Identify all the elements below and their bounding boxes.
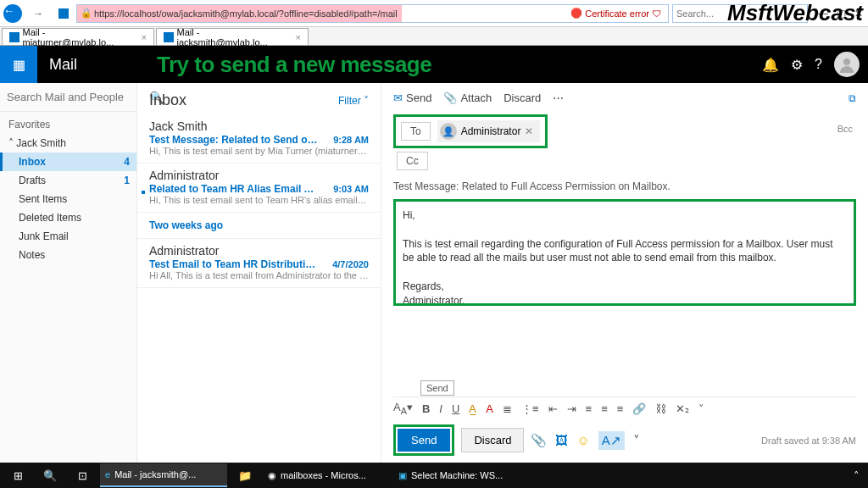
subject-field[interactable]: Test Message: Related to Full Access Per…: [393, 179, 856, 194]
user-avatar[interactable]: [834, 52, 860, 77]
mailbox-user[interactable]: ˄ Jack Smith: [0, 134, 136, 152]
outlook-icon: [164, 32, 174, 42]
align-left-icon[interactable]: ≡: [586, 402, 593, 415]
chevron-down-icon[interactable]: ˅: [633, 433, 640, 448]
address-bar[interactable]: 🔒 https://localhost/owa/jacksmith@mylab.…: [76, 4, 669, 23]
bullets-icon[interactable]: ≣: [503, 402, 512, 415]
more-actions[interactable]: ⋯: [553, 92, 564, 104]
system-tray[interactable]: ˄: [854, 469, 865, 482]
app-launcher[interactable]: ▦: [0, 46, 37, 83]
folder-junk-email[interactable]: Junk Email: [0, 227, 136, 246]
taskbar-ie[interactable]: eMail - jacksmith@...: [100, 463, 227, 487]
message-item[interactable]: AdministratorRelated to Team HR Alias Em…: [137, 164, 381, 213]
attach-action[interactable]: 📎Attach: [443, 92, 492, 104]
unlink-icon[interactable]: ⛓: [655, 402, 666, 415]
signature-icon[interactable]: A↗: [598, 431, 625, 450]
send-tooltip: Send: [420, 380, 454, 396]
attachment-icon[interactable]: 📎: [531, 433, 547, 448]
app-name: Mail: [37, 56, 89, 74]
folder-notes[interactable]: Notes: [0, 246, 136, 264]
more-format-icon[interactable]: ˅: [698, 402, 704, 415]
folder-pane: 🔍 Favorites ˄ Jack Smith Inbox4Drafts1Se…: [0, 83, 137, 463]
favorites-header[interactable]: Favorites: [0, 112, 136, 134]
folder-deleted-items[interactable]: Deleted Items: [0, 208, 136, 227]
search-input[interactable]: [7, 91, 149, 103]
message-item[interactable]: AdministratorTest Email to Team HR Distr…: [137, 239, 381, 288]
person-icon: 👤: [440, 123, 457, 140]
taskbar-vm[interactable]: ▣Select Machine: WS...: [393, 463, 520, 487]
forward-button[interactable]: →: [27, 3, 49, 25]
message-item[interactable]: Jack SmithTest Message: Related to Send …: [137, 114, 381, 164]
highlight-icon[interactable]: A̲: [469, 402, 476, 415]
search-taskbar-icon[interactable]: 🔍: [36, 463, 64, 487]
draft-status: Draft saved at 9:38 AM: [761, 435, 856, 446]
popout-icon[interactable]: ⧉: [849, 92, 856, 104]
outlook-icon: [9, 32, 19, 42]
compose-pane: ✉Send 📎Attach Discard ⋯ ⧉ To 👤 Administr…: [381, 83, 868, 463]
taskbar-chrome[interactable]: ◉mailboxes - Micros...: [263, 463, 390, 487]
browser-tabs: Mail - miaturner@mylab.lo...× Mail - jac…: [0, 27, 868, 46]
tab-mail-jack[interactable]: Mail - jacksmith@mylab.lo...×: [156, 28, 309, 45]
message-list: Inbox Filter ˅ Jack SmithTest Message: R…: [137, 83, 381, 463]
discard-button[interactable]: Discard: [461, 428, 524, 452]
to-button[interactable]: To: [401, 122, 431, 141]
folder-inbox[interactable]: Inbox4: [0, 152, 136, 171]
outlook-app-icon: [53, 3, 75, 25]
certificate-error[interactable]: 🛑 Certificate error 🛡: [567, 8, 665, 19]
bcc-toggle[interactable]: Bcc: [837, 124, 853, 134]
send-action[interactable]: ✉Send: [393, 92, 431, 104]
help-icon[interactable]: ?: [815, 57, 822, 72]
link-icon[interactable]: 🔗: [632, 402, 646, 415]
format-toolbar: Send AA▾ B I U A̲ A ≣ ⋮≡ ⇤ ⇥ ≡ ≡ ≡ 🔗 ⛓ ✕…: [393, 396, 856, 419]
folder-drafts[interactable]: Drafts1: [0, 171, 136, 190]
align-center-icon[interactable]: ≡: [601, 402, 608, 415]
annotation-overlay: Try to send a new message: [157, 52, 431, 78]
filter-dropdown[interactable]: Filter ˅: [338, 95, 369, 107]
outdent-icon[interactable]: ⇤: [548, 402, 558, 415]
recipient-chip[interactable]: 👤 Administrator ✕: [437, 120, 541, 142]
align-right-icon[interactable]: ≡: [617, 402, 624, 415]
underline-icon[interactable]: U: [452, 402, 459, 415]
folder-sent-items[interactable]: Sent Items: [0, 190, 136, 208]
numbering-icon[interactable]: ⋮≡: [521, 402, 539, 415]
brand-overlay: MsftWebcast: [727, 0, 863, 26]
notifications-icon[interactable]: 🔔: [762, 57, 779, 73]
font-color-icon[interactable]: A: [486, 402, 493, 415]
clear-format-icon[interactable]: ✕₂: [676, 402, 689, 415]
start-button[interactable]: ⊞: [3, 463, 32, 487]
send-button-highlighted: Send: [393, 424, 454, 456]
indent-icon[interactable]: ⇥: [567, 402, 576, 415]
settings-icon[interactable]: ⚙: [791, 57, 803, 73]
italic-icon[interactable]: I: [439, 402, 442, 415]
picture-icon[interactable]: 🖼: [555, 433, 568, 447]
svg-point-0: [843, 58, 850, 65]
discard-action[interactable]: Discard: [504, 92, 541, 104]
bold-icon[interactable]: B: [422, 402, 430, 415]
message-body-highlighted[interactable]: Hi, This is test email regarding the con…: [393, 199, 856, 306]
tab-mail-mia[interactable]: Mail - miaturner@mylab.lo...×: [2, 28, 154, 45]
taskbar-explorer[interactable]: 📁: [231, 463, 259, 487]
to-field-highlighted: To 👤 Administrator ✕: [393, 114, 548, 148]
cc-button[interactable]: Cc: [397, 152, 428, 170]
remove-recipient-icon[interactable]: ✕: [525, 125, 533, 137]
suite-bar: ▦ Mail Try to send a new message 🔔 ⚙ ?: [0, 46, 868, 83]
font-picker[interactable]: AA▾: [393, 401, 413, 416]
back-button[interactable]: ←: [2, 3, 24, 25]
send-button[interactable]: Send: [398, 429, 450, 452]
emoji-icon[interactable]: ☺: [576, 433, 589, 447]
date-separator: Two weeks ago: [137, 213, 381, 239]
windows-taskbar: ⊞ 🔍 ⊡ eMail - jacksmith@... 📁 ◉mailboxes…: [0, 463, 868, 488]
task-view-icon[interactable]: ⊡: [68, 463, 97, 487]
url-text: https://localhost/owa/jacksmith@mylab.lo…: [94, 8, 398, 19]
folder-title: Inbox: [149, 92, 186, 109]
